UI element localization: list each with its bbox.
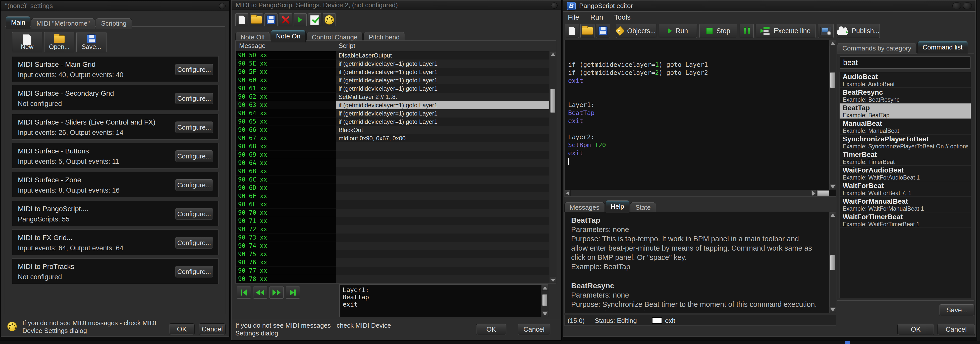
none-settings-titlebar[interactable]: "(none)" settings: [1, 1, 229, 11]
script-preview-box[interactable]: Layer1:BeatTapexitLayer2:: [339, 285, 548, 317]
midi-to-pangoscript-titlebar[interactable]: MIDI to PangoScript Settings. Device 2, …: [232, 0, 561, 10]
scrollbar-thumb[interactable]: [830, 72, 835, 88]
tab-main[interactable]: Main: [6, 16, 30, 29]
table-row[interactable]: 90 67 xxmidiout 0x90, 0x67, 0x00: [235, 134, 549, 142]
configure-button[interactable]: Configure...: [175, 237, 213, 249]
table-row[interactable]: 90 62 xxSetMidiLayer 2 // 1..8.: [235, 92, 549, 101]
command-item[interactable]: BeatTapExample: BeatTap: [840, 104, 971, 119]
table-row[interactable]: 90 6D xx: [235, 184, 549, 192]
scrollbar-thumb[interactable]: [550, 89, 555, 113]
window-button-icon[interactable]: [963, 3, 972, 9]
publish-button[interactable]: Publish...: [837, 24, 880, 38]
table-row[interactable]: 90 63 xxif (getmididevicelayer=1) goto L…: [235, 101, 549, 109]
nav-last-button[interactable]: [286, 287, 300, 299]
ok-button[interactable]: OK: [897, 324, 934, 335]
configure-button[interactable]: Configure...: [175, 150, 213, 162]
command-search-input[interactable]: [840, 56, 970, 68]
new-script-button[interactable]: [235, 13, 248, 26]
table-row[interactable]: 90 6A xx: [235, 159, 549, 167]
stop-button[interactable]: Stop: [700, 24, 737, 38]
configure-button[interactable]: Configure...: [175, 92, 213, 104]
table-row[interactable]: 90 5F xxif (getmididevicelayer=1) goto L…: [235, 68, 549, 76]
editor-vertical-scrollbar[interactable]: [829, 40, 836, 190]
scroll-down-icon[interactable]: [550, 277, 556, 283]
scroll-left-icon[interactable]: [565, 190, 571, 196]
ok-button[interactable]: OK: [169, 323, 195, 335]
table-row[interactable]: 90 78 xx: [235, 275, 549, 283]
table-row[interactable]: 90 68 xx: [235, 142, 549, 151]
new-button[interactable]: New: [12, 32, 42, 52]
command-item[interactable]: WaitForAudioBeatExample: WaitForAudioBea…: [840, 166, 971, 181]
editor-horizontal-scrollbar[interactable]: [565, 190, 829, 196]
command-item[interactable]: SynchronizePlayerToBeatExample: Synchron…: [840, 135, 971, 150]
table-row[interactable]: 90 77 xx: [235, 267, 549, 275]
open-script-button[interactable]: [250, 13, 263, 26]
nav-first-button[interactable]: [237, 287, 251, 299]
command-item[interactable]: WaitForManualBeatExample: WaitForManualB…: [840, 197, 971, 212]
scroll-up-icon[interactable]: [550, 51, 556, 57]
midi-monitor-button[interactable]: [323, 13, 336, 26]
command-item[interactable]: WaitForTimerBeatExample: WaitForTimerBea…: [840, 212, 971, 228]
scroll-down-icon[interactable]: [542, 311, 548, 317]
command-item[interactable]: TimerBeatExample: TimerBeat: [840, 150, 971, 166]
configure-button[interactable]: Configure...: [175, 121, 213, 133]
tab-state[interactable]: State: [630, 202, 656, 213]
open-script-button[interactable]: [581, 24, 595, 38]
help-scrollbar[interactable]: [829, 212, 836, 313]
window-button-icon[interactable]: [551, 3, 558, 8]
table-row[interactable]: 90 61 xxif (getmididevicelayer=1) goto L…: [235, 84, 549, 92]
preview-scrollbar[interactable]: [541, 285, 548, 317]
table-row[interactable]: 90 69 xx: [235, 151, 549, 159]
table-row[interactable]: 90 72 xx: [235, 225, 549, 234]
configure-button[interactable]: Configure...: [175, 208, 213, 220]
window-button-icon[interactable]: [219, 3, 226, 9]
table-row[interactable]: 90 6B xx: [235, 167, 549, 175]
configure-button[interactable]: Configure...: [175, 266, 213, 278]
nav-prev-button[interactable]: [253, 287, 267, 299]
table-scrollbar[interactable]: [549, 51, 556, 283]
table-row[interactable]: 90 76 xx: [235, 258, 549, 267]
table-row[interactable]: 90 71 xx: [235, 217, 549, 225]
ok-button[interactable]: OK: [476, 324, 506, 335]
table-row[interactable]: 90 64 xxif (getmididevicelayer=1) goto L…: [235, 109, 549, 118]
table-row[interactable]: 90 5E xxif (getmididevicelayer=1) goto L…: [235, 59, 549, 68]
command-item[interactable]: BeatResyncExample: BeatResync: [840, 88, 971, 104]
cancel-button[interactable]: Cancel: [518, 324, 550, 335]
save-button[interactable]: Save...: [76, 32, 107, 52]
scrollbar-thumb[interactable]: [817, 190, 829, 196]
table-row[interactable]: 90 65 xxif (getmididevicelayer=1) goto L…: [235, 118, 549, 126]
execute-line-button[interactable]: Execute line: [756, 24, 816, 38]
scroll-right-icon[interactable]: [811, 190, 817, 196]
menu-run[interactable]: Run: [590, 13, 603, 21]
tab-messages[interactable]: Messages: [564, 202, 605, 213]
cancel-button[interactable]: Cancel: [937, 324, 975, 335]
nav-next-button[interactable]: [269, 287, 283, 299]
scroll-up-icon[interactable]: [830, 212, 836, 218]
tab-command-list[interactable]: Command list: [918, 41, 968, 54]
test-script-button[interactable]: [308, 13, 321, 26]
menu-tools[interactable]: Tools: [614, 13, 631, 21]
table-row[interactable]: 90 6E xx: [235, 192, 549, 201]
table-row[interactable]: 90 6C xx: [235, 175, 549, 184]
save-command-button[interactable]: Save...: [939, 304, 975, 316]
table-row[interactable]: 90 74 xx: [235, 242, 549, 250]
pause-button[interactable]: [740, 24, 754, 38]
table-row[interactable]: 90 5D xxDisableLaserOutput: [235, 51, 549, 59]
laser-preview-button[interactable]: [818, 24, 834, 38]
tab-help[interactable]: Help: [606, 200, 629, 213]
configure-button[interactable]: Configure...: [175, 64, 213, 76]
table-row[interactable]: 90 6F xx: [235, 201, 549, 209]
objects-button[interactable]: Objects...: [616, 24, 656, 38]
open-button[interactable]: Open...: [44, 32, 74, 52]
table-row[interactable]: 90 60 xxif (getmididevicelayer=1) goto L…: [235, 76, 549, 84]
table-row[interactable]: 90 75 xx: [235, 250, 549, 258]
new-script-button[interactable]: [565, 24, 579, 38]
configure-button[interactable]: Configure...: [175, 179, 213, 191]
cancel-button[interactable]: Cancel: [199, 323, 226, 335]
scrollbar-thumb[interactable]: [830, 255, 835, 270]
scroll-up-icon[interactable]: [542, 285, 548, 291]
tab-scripting[interactable]: Scripting: [96, 18, 132, 29]
code-text[interactable]: if (getmididevicelayer=1) goto Layer1if …: [568, 45, 828, 189]
scroll-down-icon[interactable]: [830, 184, 836, 190]
run-script-button[interactable]: [294, 13, 307, 26]
